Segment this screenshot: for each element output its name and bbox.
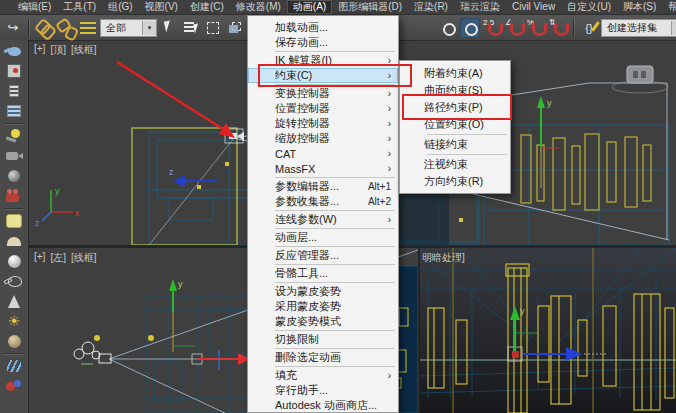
menubar-item[interactable]: 自定义(U) bbox=[561, 0, 617, 14]
menu-item[interactable]: 参数收集器...Alt+2 bbox=[248, 194, 398, 209]
rain-particles-icon[interactable] bbox=[3, 358, 25, 374]
menu-item[interactable]: 反应管理器... bbox=[248, 248, 398, 263]
menubar-item[interactable]: 工具(T) bbox=[57, 0, 102, 14]
menubar-item[interactable]: 帮助(H) bbox=[662, 0, 676, 14]
percent-snap-icon[interactable]: % bbox=[526, 18, 546, 38]
menubar-item[interactable]: 视图(V) bbox=[139, 0, 184, 14]
chevron-down-icon[interactable]: ▾ bbox=[142, 21, 156, 35]
selection-filter-value: 全部 bbox=[106, 21, 139, 35]
menu-item[interactable]: Autodesk 动画商店... bbox=[248, 398, 398, 413]
menu-item[interactable]: 位置控制器› bbox=[248, 101, 398, 116]
menubar-item[interactable]: 创建(C) bbox=[184, 0, 230, 14]
menu-item[interactable]: 附着约束(A) bbox=[400, 65, 510, 82]
menu-item[interactable]: 蒙皮姿势模式 bbox=[248, 314, 398, 329]
menu-item[interactable]: 路径约束(P) bbox=[400, 99, 510, 116]
redo-icon[interactable]: ↪ bbox=[3, 18, 23, 38]
menubar-item[interactable]: 修改器(M) bbox=[230, 0, 287, 14]
menu-item[interactable]: 加载动画... bbox=[248, 20, 398, 35]
teapot-render-icon[interactable] bbox=[3, 43, 25, 59]
menu-shortcut: Alt+1 bbox=[362, 181, 391, 192]
menubar-item[interactable]: 图形编辑器(D) bbox=[332, 0, 408, 14]
bind-to-spacewarp-icon[interactable] bbox=[78, 18, 98, 38]
cone-icon[interactable] bbox=[3, 293, 25, 309]
viewport-menu-general[interactable]: [+] bbox=[34, 43, 45, 57]
pivot-center-icon[interactable] bbox=[460, 18, 480, 38]
menu-item[interactable]: 旋转控制器› bbox=[248, 116, 398, 131]
viewport-perspective[interactable]: 明暗处理] bbox=[420, 248, 676, 413]
menubar-item[interactable]: 瑞云渲染 bbox=[454, 0, 506, 14]
menu-item[interactable]: 曲面约束(S) bbox=[400, 82, 510, 99]
menu-item-label: 设为蒙皮姿势 bbox=[275, 284, 341, 299]
keyboard-override-icon[interactable]: {} bbox=[579, 18, 599, 38]
scale-icon[interactable] bbox=[438, 18, 458, 38]
menubar-item[interactable]: Civil View bbox=[506, 0, 561, 14]
menu-item[interactable]: 删除选定动画 bbox=[248, 350, 398, 365]
viewport-menu-pov[interactable]: [左] bbox=[50, 251, 66, 265]
menu-item-label: 蒙皮姿势模式 bbox=[275, 314, 341, 329]
menu-item[interactable]: IK 解算器(I)› bbox=[248, 53, 398, 68]
menu-item[interactable]: 位置约束(O) bbox=[400, 116, 510, 133]
submenu-arrow-icon: › bbox=[382, 370, 391, 381]
chevron-down-icon[interactable]: ▾ bbox=[671, 21, 676, 35]
sun-icon[interactable]: ☀ bbox=[3, 313, 25, 329]
menu-item[interactable]: 保存动画... bbox=[248, 35, 398, 50]
menu-item[interactable]: 连线参数(W)› bbox=[248, 212, 398, 227]
menu-item[interactable]: 方向约束(R) bbox=[400, 173, 510, 190]
select-object-icon[interactable] bbox=[159, 18, 179, 38]
menu-separator bbox=[275, 210, 395, 211]
rendered-frame-window-icon[interactable] bbox=[3, 63, 25, 79]
menu-item[interactable]: 缩放控制器› bbox=[248, 131, 398, 146]
matte-material-icon[interactable] bbox=[3, 213, 25, 229]
menu-item[interactable]: 采用蒙皮姿势 bbox=[248, 299, 398, 314]
menu-item[interactable]: 穿行助手... bbox=[248, 383, 398, 398]
menu-item[interactable]: 注视约束 bbox=[400, 156, 510, 173]
menu-item-label: 方向约束(R) bbox=[424, 174, 483, 189]
angle-snap-icon[interactable]: ∠ bbox=[504, 18, 524, 38]
viewport-menu-general[interactable]: [+] bbox=[34, 251, 45, 265]
select-by-name-icon[interactable] bbox=[181, 18, 201, 38]
menu-separator bbox=[275, 246, 395, 247]
viewport-menu-shading[interactable]: [线框] bbox=[71, 251, 97, 265]
link-icon[interactable] bbox=[34, 18, 54, 38]
tan-sphere-icon[interactable] bbox=[3, 333, 25, 349]
menubar-item[interactable]: 脚本(S) bbox=[617, 0, 662, 14]
camera-icon[interactable] bbox=[3, 148, 25, 164]
menu-item[interactable]: 骨骼工具... bbox=[248, 266, 398, 281]
menu-item[interactable]: MassFX› bbox=[248, 161, 398, 176]
menu-item[interactable]: 设为蒙皮姿势 bbox=[248, 284, 398, 299]
menubar-item[interactable]: 组(G) bbox=[102, 0, 138, 14]
render-setup-list-icon[interactable] bbox=[3, 83, 25, 99]
menubar-item[interactable]: 渲染(R) bbox=[408, 0, 454, 14]
spinner-snap-icon[interactable]: ⇅ bbox=[548, 18, 568, 38]
menubar-item[interactable]: 编辑(E) bbox=[12, 0, 57, 14]
window-crossing-icon[interactable] bbox=[225, 18, 245, 38]
video-camera-icon[interactable] bbox=[3, 188, 25, 204]
snap-toggle-icon[interactable]: 2.5 bbox=[482, 18, 502, 38]
viewport-menu-shading[interactable]: 明暗处理] bbox=[422, 251, 465, 265]
svg-text:y: y bbox=[178, 279, 183, 289]
render-table-icon[interactable] bbox=[3, 103, 25, 119]
sphere-material-icon[interactable] bbox=[3, 253, 25, 269]
menu-separator bbox=[275, 282, 395, 283]
unlink-icon[interactable] bbox=[56, 18, 76, 38]
molecule-icon[interactable] bbox=[3, 378, 25, 394]
svg-text:y: y bbox=[547, 98, 552, 108]
viewport-menu-shading[interactable]: [线框] bbox=[71, 43, 97, 57]
menu-item[interactable]: 链接约束 bbox=[400, 136, 510, 153]
environment-sphere-icon[interactable] bbox=[3, 168, 25, 184]
named-selection-dropdown[interactable]: 创建选择集 ▾ bbox=[601, 19, 676, 37]
selection-region-icon[interactable] bbox=[203, 18, 223, 38]
selection-filter-dropdown[interactable]: 全部 ▾ bbox=[100, 19, 157, 37]
wireframe-teapot-icon[interactable] bbox=[3, 273, 25, 289]
dome-material-icon[interactable] bbox=[3, 233, 25, 249]
menu-item[interactable]: 约束(C)› bbox=[248, 68, 398, 83]
menu-item[interactable]: 填充› bbox=[248, 368, 398, 383]
menu-item[interactable]: 切换限制 bbox=[248, 332, 398, 347]
menu-item[interactable]: 参数编辑器...Alt+1 bbox=[248, 179, 398, 194]
menubar-item[interactable]: 动画(A) bbox=[287, 0, 332, 14]
menu-item[interactable]: 变换控制器› bbox=[248, 86, 398, 101]
menu-item[interactable]: CAT› bbox=[248, 146, 398, 161]
menu-item[interactable]: 动画层... bbox=[248, 230, 398, 245]
light-icon[interactable] bbox=[3, 128, 25, 144]
viewport-menu-pov[interactable]: [顶] bbox=[50, 43, 66, 57]
